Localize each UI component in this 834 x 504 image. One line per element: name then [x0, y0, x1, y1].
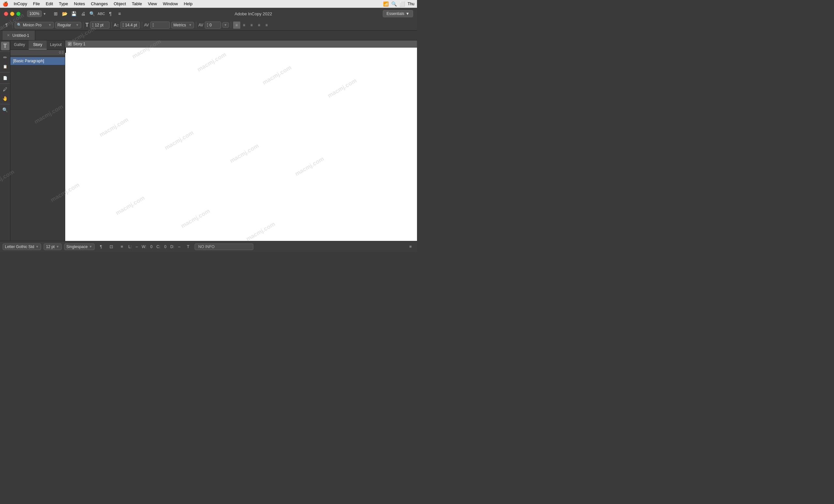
- menu-changes[interactable]: Changes: [88, 1, 111, 7]
- save-icon[interactable]: 💾: [70, 9, 78, 18]
- essentials-button[interactable]: Essentials ▼: [383, 10, 413, 17]
- fullscreen-button[interactable]: [16, 12, 21, 16]
- menu-view[interactable]: View: [145, 1, 159, 7]
- story-content[interactable]: [65, 48, 417, 241]
- leading-control[interactable]: ▲▼ 14.4 pt: [120, 22, 140, 29]
- font-size-value: 12 pt: [95, 23, 104, 27]
- essentials-arrow: ▼: [405, 12, 410, 16]
- tools-divider-2: [0, 72, 10, 72]
- separator-2: [83, 22, 84, 28]
- menu-window[interactable]: Window: [160, 1, 180, 7]
- menu-edit[interactable]: Edit: [43, 1, 56, 7]
- status-paragraph-icon[interactable]: ¶: [97, 243, 105, 251]
- app-title: Adobe InCopy 2022: [127, 12, 380, 16]
- tab-layout[interactable]: Layout: [47, 40, 65, 49]
- control-center-icon[interactable]: ⬜: [399, 1, 405, 6]
- hand-tool[interactable]: 🤚: [1, 94, 9, 103]
- paragraph-icon[interactable]: ¶: [106, 9, 115, 18]
- essentials-label: Essentials: [386, 12, 404, 16]
- status-W-value: 0: [150, 244, 153, 249]
- tab-story[interactable]: Story: [29, 40, 47, 49]
- status-font-arrow: ▼: [36, 245, 39, 248]
- font-size-arrows: ▲▼: [92, 22, 94, 28]
- menu-notes[interactable]: Notes: [71, 1, 88, 7]
- menu-incopy[interactable]: InCopy: [11, 1, 30, 7]
- status-D-label: D:: [170, 244, 174, 249]
- spellcheck-icon[interactable]: ABC: [97, 9, 106, 18]
- zoom-value[interactable]: 100%: [27, 10, 42, 17]
- status-L-value: –: [136, 244, 138, 249]
- status-W-label: W:: [142, 244, 147, 249]
- alignment-buttons: ≡ ≡ ≡ ≡ ≡: [233, 22, 270, 29]
- kern-control[interactable]: ▲▼ 0: [205, 22, 221, 29]
- status-bar: Letter Gothic Std ▼ 12 pt ▼ Singlespace …: [0, 241, 417, 252]
- menu-file[interactable]: File: [30, 1, 42, 7]
- status-align-icon[interactable]: ≡: [118, 243, 126, 251]
- separator-4: [142, 22, 142, 28]
- font-search-icon: 🔍: [17, 23, 22, 27]
- font-family-dropdown[interactable]: 🔍 Minion Pro ▼: [15, 22, 54, 28]
- tracking-control[interactable]: ▲▼: [150, 22, 170, 29]
- font-family-arrow: ▼: [48, 23, 51, 27]
- align-justify-all-button[interactable]: ≡: [263, 22, 270, 29]
- status-spacing-dropdown[interactable]: Singlespace ▼: [64, 243, 94, 250]
- status-text-icon[interactable]: T: [184, 243, 192, 251]
- close-button[interactable]: [4, 12, 8, 16]
- zoom-tool[interactable]: 🔍: [1, 106, 9, 114]
- apple-menu[interactable]: 🍎: [3, 1, 8, 6]
- menu-type[interactable]: Type: [57, 1, 71, 7]
- document-tab[interactable]: ✕ Untitled-1: [3, 31, 35, 40]
- style-item-basic-paragraph[interactable]: [Basic Paragraph]: [10, 57, 65, 65]
- align-left-button[interactable]: ≡: [233, 22, 240, 29]
- tab-close-button[interactable]: ✕: [6, 33, 10, 38]
- text-cursor: [65, 48, 66, 53]
- note-tool[interactable]: 📋: [1, 62, 9, 71]
- menu-help[interactable]: Help: [181, 1, 195, 7]
- menu-icon[interactable]: ≡: [115, 9, 124, 18]
- status-right: ≡: [407, 243, 414, 251]
- font-style-arrow: ▼: [75, 23, 79, 27]
- paragraph-format-icon[interactable]: ¶: [3, 21, 10, 29]
- status-columns-icon[interactable]: ⊡: [108, 243, 115, 251]
- font-size-control[interactable]: ▲▼ 12 pt: [90, 22, 110, 29]
- menu-table[interactable]: Table: [129, 1, 145, 7]
- menubar: 🍎 InCopy File Edit Type Notes Changes Ob…: [0, 0, 417, 8]
- time-display: Thu: [408, 2, 414, 6]
- status-info: L:– W:0 C:0 D:–: [129, 244, 180, 249]
- menu-object[interactable]: Object: [111, 1, 129, 7]
- wifi-icon: 📶: [383, 1, 389, 6]
- search-main-icon[interactable]: 🔍: [88, 9, 96, 18]
- story-checkbox[interactable]: ✓: [68, 42, 72, 46]
- changes-tool[interactable]: 📄: [1, 74, 9, 82]
- document-tab-label: Untitled-1: [13, 33, 29, 38]
- separator-6: [231, 22, 231, 28]
- status-menu-icon[interactable]: ≡: [407, 243, 414, 251]
- kern-icon: AV: [198, 23, 203, 27]
- align-right-button[interactable]: ≡: [248, 22, 255, 29]
- story-header-label: Story 1: [73, 42, 85, 46]
- marker-tool[interactable]: 🖊: [1, 85, 9, 93]
- align-center-button[interactable]: ≡: [241, 22, 248, 29]
- open-icon[interactable]: 📂: [61, 9, 69, 18]
- kern-dropdown[interactable]: ▼: [222, 22, 229, 28]
- type-tool[interactable]: T: [1, 42, 9, 50]
- align-justify-button[interactable]: ≡: [256, 22, 263, 29]
- pencil-tool[interactable]: ✏: [1, 53, 9, 62]
- metrics-value: Metrics: [173, 23, 186, 27]
- kern-arrows: ▲▼: [206, 22, 209, 28]
- status-font-dropdown[interactable]: Letter Gothic Std ▼: [3, 243, 41, 250]
- status-size-dropdown[interactable]: 12 pt ▼: [44, 243, 62, 250]
- tab-galley[interactable]: Galley: [10, 40, 29, 49]
- search-icon-menu[interactable]: 🔍: [391, 1, 397, 6]
- status-no-info-text: NO INFO: [198, 244, 215, 249]
- print-icon[interactable]: 🖨: [79, 9, 87, 18]
- status-spacing-arrow: ▼: [89, 245, 92, 248]
- font-style-dropdown[interactable]: Regular ▼: [55, 22, 81, 28]
- tab-bar: ✕ Untitled-1: [0, 31, 417, 40]
- leading-T-icon: A↕: [114, 22, 119, 27]
- new-doc-icon[interactable]: ⊞: [51, 9, 60, 18]
- font-style-value: Regular: [58, 23, 74, 27]
- zoom-dropdown-arrow[interactable]: ▼: [43, 12, 46, 16]
- metrics-dropdown[interactable]: Metrics ▼: [171, 22, 194, 28]
- minimize-button[interactable]: [10, 12, 14, 16]
